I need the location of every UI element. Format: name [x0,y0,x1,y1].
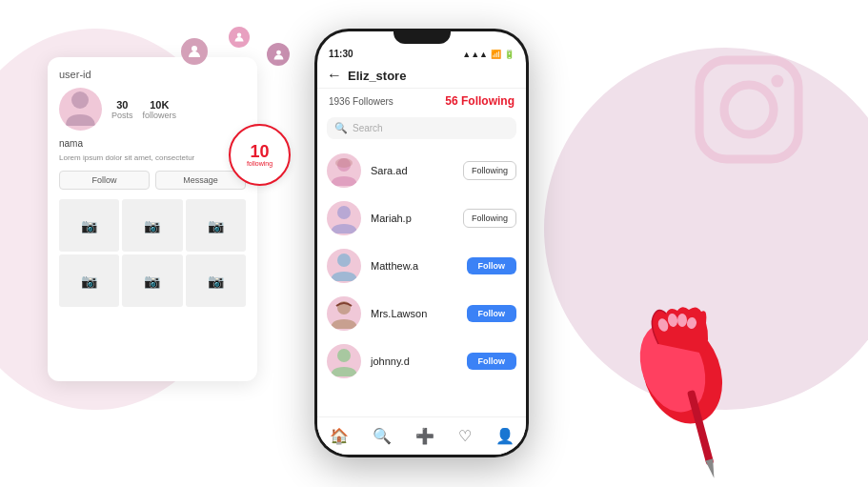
nav-add-icon[interactable]: ➕ [415,427,434,445]
svg-rect-0 [699,60,798,159]
nav-profile-icon[interactable]: 👤 [495,427,515,445]
search-bar[interactable]: 🔍 Search [327,117,516,139]
follow-button[interactable]: Follow [467,257,517,274]
user-name: Mariah.p [371,213,454,224]
user-avatar [327,344,361,378]
grid-cell-1: 📷 [59,199,119,252]
float-icon-2 [229,27,250,48]
follow-button[interactable]: Follow [467,305,517,322]
status-icons: ▲▲▲ 📶 🔋 [462,50,515,59]
phone-body: 11:30 ▲▲▲ 📶 🔋 ← Eliz_store 1936 Follower… [314,29,529,457]
svg-point-5 [276,50,281,54]
follow-button[interactable]: Follow [467,353,517,370]
user-list: Sara.adFollowingMariah.pFollowingMatthew… [317,143,526,389]
following-badge-text: following [247,160,273,167]
profile-avatar [59,88,102,131]
profile-card-avatar-row: 30 Posts 10K followers [59,88,246,131]
battery-icon: 🔋 [504,50,515,59]
float-icon-3 [267,43,290,66]
profile-stats: 30 Posts 10K followers [111,99,176,120]
grid-cell-4: 📷 [59,254,119,307]
profile-card: user-id 30 Posts 10K followers nama Lore… [48,57,257,381]
svg-marker-16 [705,458,717,478]
grid-cell-6: 📷 [186,254,246,307]
svg-point-3 [192,46,197,51]
stat-followers: 10K followers [143,99,177,120]
svg-point-2 [771,75,783,88]
svg-point-8 [335,158,353,168]
svg-point-10 [337,254,351,267]
phone-notch [394,29,451,44]
status-time: 11:30 [329,49,353,59]
signal-icon: ▲▲▲ [462,50,488,59]
stats-row: 1936 Followers 56 Following [317,89,526,113]
profile-bio: Lorem ipsum dolor sit amet, consectetur [59,152,246,163]
user-avatar [327,201,361,235]
instagram-icon-bg [687,48,811,172]
profile-follow-btn[interactable]: Follow [59,171,150,190]
user-name: Sara.ad [371,165,454,176]
nav-home-icon[interactable]: 🏠 [330,427,349,445]
profile-name: nama [59,138,246,149]
stat-posts: 30 Posts [111,99,133,120]
nav-heart-icon[interactable]: ♡ [458,427,472,445]
user-avatar [327,249,361,283]
bottom-nav: 🏠 🔍 ➕ ♡ 👤 [317,416,526,455]
followers-count: 1936 Followers [329,96,394,107]
back-button[interactable]: ← [327,67,342,84]
svg-point-6 [71,91,89,109]
following-button[interactable]: Following [463,209,516,228]
user-avatar [327,153,361,188]
user-row: Mariah.pFollowing [317,194,526,242]
user-name: johnny.d [371,355,457,367]
grid-cell-2: 📷 [122,199,182,252]
svg-point-19 [677,314,687,327]
following-button[interactable]: Following [463,161,516,180]
svg-point-1 [724,85,774,134]
svg-point-4 [237,33,242,38]
float-icon-1 [181,38,208,65]
app-title: Eliz_store [348,69,406,83]
nav-search-icon[interactable]: 🔍 [373,427,392,445]
user-row: johnny.dFollow [317,337,526,385]
search-input[interactable]: Search [353,123,383,133]
profile-grid: 📷 📷 📷 📷 📷 📷 [59,199,246,307]
following-badge: 10 following [229,124,291,186]
user-name: Matthew.a [371,260,457,272]
following-badge-number: 10 [250,143,269,160]
phone-screen: 11:30 ▲▲▲ 📶 🔋 ← Eliz_store 1936 Follower… [317,31,526,455]
grid-cell-5: 📷 [122,254,182,307]
following-count[interactable]: 56 Following [445,94,515,108]
svg-point-9 [337,206,351,219]
phone-mockup: 11:30 ▲▲▲ 📶 🔋 ← Eliz_store 1936 Follower… [314,29,529,457]
profile-buttons: Follow Message [59,171,246,190]
user-row: Mrs.LawsonFollow [317,290,526,337]
user-name: Mrs.Lawson [371,308,457,319]
grid-cell-3: 📷 [186,199,246,252]
profile-card-userid: user-id [59,69,246,80]
user-row: Sara.adFollowing [317,147,526,194]
profile-message-btn[interactable]: Message [155,171,246,190]
user-row: Matthew.aFollow [317,242,526,290]
user-avatar [327,296,361,331]
search-icon: 🔍 [334,122,348,134]
svg-point-12 [337,349,351,362]
decorative-hand [601,296,716,468]
wifi-icon: 📶 [491,50,501,59]
app-header: ← Eliz_store [317,63,526,89]
